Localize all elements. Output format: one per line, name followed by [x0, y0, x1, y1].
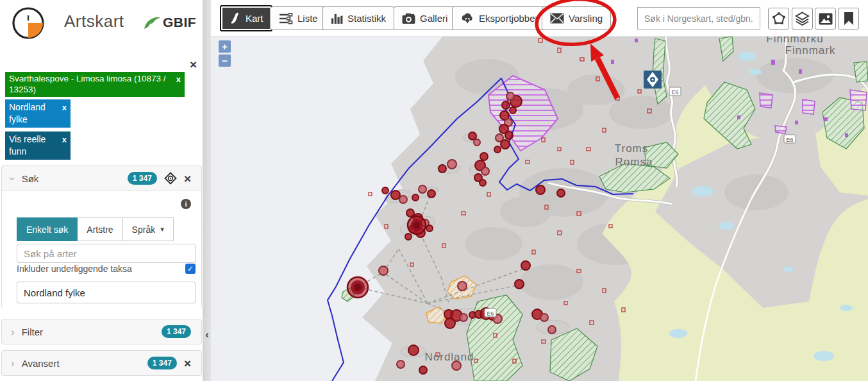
observation-dot[interactable] — [405, 233, 412, 240]
map-icon — [229, 12, 241, 24]
observation-dot[interactable] — [399, 196, 407, 203]
remove-county-filter-icon[interactable]: x — [62, 101, 67, 114]
chevron-right-icon[interactable]: › — [11, 326, 15, 337]
remove-real-finds-filter-icon[interactable]: x — [62, 133, 67, 146]
background-map-button[interactable] — [815, 8, 836, 30]
soek-panel-close-icon[interactable]: × — [184, 173, 191, 185]
observation-dot[interactable] — [481, 167, 489, 175]
remove-species-filter-icon[interactable]: x — [176, 74, 181, 85]
toolbar: Kart Liste Statistikk — [211, 0, 868, 37]
avansert-count-badge: 1 347 — [147, 357, 177, 369]
filter-panel-title: Filter — [22, 326, 43, 337]
map-pane[interactable]: FinnmárkuFinnmarkTromsRomsaNordland E6E6… — [211, 0, 868, 381]
soek-panel-body: i Enkelt søk Artstre Språk ▾ Inkluder un — [2, 190, 201, 309]
collapse-sidebar-icon[interactable]: ‹ — [203, 328, 211, 341]
tab-enkelt-soek[interactable]: Enkelt søk — [17, 217, 78, 241]
draw-polygon-button[interactable] — [768, 8, 789, 30]
tab-statistikk-label: Statistikk — [347, 13, 386, 24]
observation-dot[interactable] — [474, 139, 480, 146]
layers-button[interactable] — [792, 8, 813, 30]
tab-eksportjobber[interactable]: Eksportjobber — [452, 6, 547, 30]
filter-chip-species-label: Svarthalespove - Limosa limosa (10873 / … — [9, 74, 166, 94]
observation-dot[interactable] — [548, 326, 556, 334]
pan-position-icon[interactable] — [164, 172, 177, 185]
observation-dot[interactable] — [469, 132, 476, 140]
include-taxa-label: Inkluder underliggende taksa — [17, 264, 132, 274]
tab-liste-label: Liste — [297, 13, 318, 24]
observation-dot[interactable] — [391, 190, 400, 199]
observation-dot[interactable] — [536, 185, 545, 194]
observation-dot[interactable] — [419, 185, 426, 193]
avansert-panel-header[interactable]: › Avansert 1 347 × — [2, 351, 201, 375]
observation-dot[interactable] — [506, 92, 514, 100]
tab-liste[interactable]: Liste — [271, 6, 326, 30]
gbif-label: GBIF — [163, 15, 196, 30]
observation-dot[interactable] — [505, 131, 513, 139]
observation-dot[interactable] — [521, 261, 530, 270]
observation-dot[interactable] — [480, 153, 488, 160]
species-search-input[interactable] — [17, 244, 196, 263]
observation-dot[interactable] — [515, 280, 524, 289]
filter-chip-county[interactable]: Nordland fylke x — [5, 99, 71, 128]
filter-panel-header[interactable]: › Filter 1 347 — [2, 319, 201, 344]
observation-dot[interactable] — [501, 140, 510, 149]
observation-dot[interactable] — [445, 318, 455, 328]
tab-varsling[interactable]: Varsling — [542, 6, 611, 30]
zoom-controls: + − — [218, 40, 231, 68]
map-search-input[interactable] — [637, 7, 760, 30]
filter-chip-species[interactable]: Svarthalespove - Limosa limosa (10873 / … — [5, 72, 185, 97]
soek-panel-header[interactable]: › Søk 1 347 × — [2, 166, 201, 190]
include-taxa-row: Inkluder underliggende taksa ✓ — [17, 264, 196, 274]
avansert-panel: › Avansert 1 347 × — [1, 350, 202, 376]
tab-sprak[interactable]: Språk ▾ — [123, 217, 174, 241]
caret-down-icon: ▾ — [160, 225, 164, 233]
tab-galleri[interactable]: Galleri — [394, 6, 456, 30]
zoom-in-button[interactable]: + — [218, 40, 231, 53]
filter-chip-real-finds[interactable]: Vis reelle funn x — [5, 131, 71, 160]
observation-dot[interactable] — [419, 366, 427, 374]
gbif-logo: GBIF — [142, 13, 196, 32]
observation-dot[interactable] — [447, 160, 456, 169]
list-icon — [279, 13, 293, 24]
sidebar: Artskart GBIF × Svarthalespove - Limosa … — [0, 0, 203, 381]
avansert-panel-close-icon[interactable]: × — [184, 357, 191, 369]
bookmark-button[interactable] — [838, 8, 859, 30]
observation-cluster-core — [413, 222, 421, 229]
observation-dot[interactable] — [406, 209, 414, 217]
chevron-down-icon[interactable]: › — [7, 176, 18, 180]
sidebar-close-icon[interactable]: × — [190, 58, 197, 71]
bar-chart-icon — [331, 12, 343, 24]
include-taxa-checkbox[interactable]: ✓ — [185, 264, 196, 274]
observation-dot[interactable] — [502, 101, 510, 109]
observation-dot[interactable] — [397, 360, 405, 368]
observation-dot[interactable] — [428, 190, 435, 198]
observation-dot[interactable] — [408, 345, 419, 355]
chevron-right-icon[interactable]: › — [11, 358, 15, 369]
observation-dot[interactable] — [458, 282, 467, 291]
tab-enkelt-soek-label: Enkelt søk — [26, 224, 68, 235]
info-icon[interactable]: i — [181, 199, 191, 209]
area-input[interactable] — [17, 282, 196, 303]
filter-chip-county-label: Nordland fylke — [9, 102, 46, 124]
layers-icon — [795, 12, 810, 26]
logo-row: Artskart GBIF — [0, 0, 203, 45]
observation-dot[interactable] — [510, 107, 516, 114]
observation-dot[interactable] — [557, 189, 565, 197]
observation-dot[interactable] — [412, 194, 419, 201]
observation-dot[interactable] — [540, 314, 548, 321]
tab-varsling-label: Varsling — [569, 13, 603, 24]
landmark-icon[interactable] — [644, 71, 662, 89]
observation-dot[interactable] — [480, 180, 486, 186]
tab-kart[interactable]: Kart — [220, 5, 272, 31]
observation-dot[interactable] — [379, 266, 388, 275]
observation-dot[interactable] — [494, 146, 501, 153]
tab-artstre[interactable]: Artstre — [78, 217, 122, 241]
map[interactable]: FinnmárkuFinnmarkTromsRomsaNordland E6E6… — [211, 0, 868, 381]
observation-dot[interactable] — [460, 314, 467, 321]
observation-dot[interactable] — [426, 225, 433, 232]
zoom-out-button[interactable]: − — [218, 54, 231, 67]
road-badge-label: E6 — [671, 89, 678, 96]
observation-dot[interactable] — [382, 187, 388, 194]
tab-statistikk[interactable]: Statistikk — [322, 6, 394, 30]
observation-dot[interactable] — [438, 165, 446, 173]
